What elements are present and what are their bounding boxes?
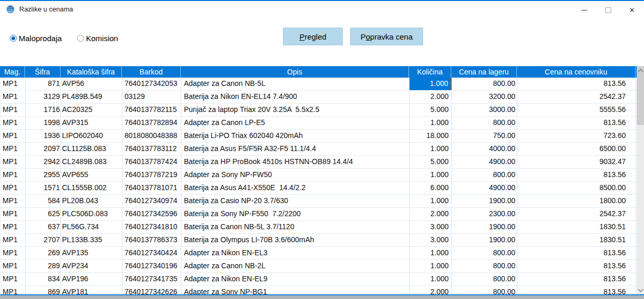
popravka-cena-button[interactable]: Popravka cena: [350, 28, 423, 45]
grid-cell[interactable]: MP1: [1, 182, 26, 194]
grid-cell[interactable]: 1998: [26, 117, 61, 129]
grid-cell[interactable]: 1900.00: [452, 195, 517, 207]
grid-cell[interactable]: 8500.00: [517, 182, 636, 194]
table-row[interactable]: MP12097CL1125B.0837640137783112Baterija …: [1, 143, 637, 156]
grid-cell[interactable]: 1.000: [410, 247, 452, 259]
grid-cell[interactable]: Punjač za laptop Triax 20V 3.25A 5.5x2.5: [181, 104, 410, 116]
grid-cell[interactable]: AVP655: [61, 169, 122, 181]
scroll-down-button[interactable]: [637, 286, 644, 295]
table-row[interactable]: MP1637PL56G.7347640127341810Baterija za …: [1, 221, 637, 234]
radio-selected-icon[interactable]: [10, 35, 17, 42]
maximize-button[interactable]: [599, 2, 617, 18]
grid-cell[interactable]: PL56G.734: [61, 221, 122, 233]
grid-cell[interactable]: 813.56: [517, 273, 636, 285]
pregled-button[interactable]: Pregled: [283, 28, 343, 45]
grid-cell[interactable]: 1.000: [410, 143, 452, 155]
grid-cell[interactable]: 9032.47: [517, 156, 636, 168]
minimize-button[interactable]: [575, 2, 593, 18]
column-header[interactable]: Cena na lageru: [451, 66, 517, 78]
grid-cell[interactable]: MP1: [1, 195, 26, 207]
grid-cell[interactable]: 813.56: [517, 247, 636, 259]
column-header[interactable]: Šifra: [25, 66, 60, 78]
grid-cell[interactable]: AVP196: [61, 273, 122, 285]
grid-cell[interactable]: PL489B.549: [61, 91, 122, 103]
grid-cell[interactable]: 1.000: [410, 273, 452, 285]
column-header[interactable]: Cena na cenovniku: [517, 66, 636, 78]
table-row[interactable]: MP1584PL20B.0437640127340974Baterija za …: [1, 195, 637, 208]
grid-cell[interactable]: 5555.56: [517, 104, 636, 116]
grid-cell[interactable]: 1.000: [410, 260, 452, 272]
grid-cell[interactable]: 1.000: [410, 117, 452, 129]
grid-cell[interactable]: PL20B.043: [61, 195, 122, 207]
grid-cell[interactable]: 7640127341810: [122, 221, 181, 233]
grid-cell[interactable]: 2542.37: [517, 91, 636, 103]
radio-komision[interactable]: Komision: [77, 33, 118, 43]
grid-cell[interactable]: 7640127340974: [122, 195, 181, 207]
grid-cell[interactable]: AVP135: [61, 247, 122, 259]
grid-cell[interactable]: 813.56: [517, 169, 636, 181]
grid-cell[interactable]: MP1: [1, 143, 26, 155]
grid-cell[interactable]: 1716: [26, 104, 61, 116]
grid-cell[interactable]: 4900.00: [452, 182, 517, 194]
grid-cell[interactable]: Baterija za Canon NB-5L 3.7/1120: [181, 221, 410, 233]
grid-cell[interactable]: 7640127342053: [122, 78, 181, 90]
grid-cell[interactable]: MP1: [1, 221, 26, 233]
grid-cell[interactable]: 2707: [26, 234, 61, 246]
grid-cell[interactable]: 800.00: [452, 117, 517, 129]
grid-cell[interactable]: 813.56: [517, 78, 636, 90]
grid-cell[interactable]: Baterija Li-PO Triax 602040 420mAh: [181, 130, 410, 142]
grid-cell[interactable]: AVP315: [61, 117, 122, 129]
grid-cell[interactable]: MP1: [1, 208, 26, 220]
column-header[interactable]: Kataloška šifra: [60, 66, 122, 78]
grid-cell[interactable]: Baterija za Olympus LI-70B 3.6/600mAh: [181, 234, 410, 246]
grid-cell[interactable]: PLC506D.083: [61, 208, 122, 220]
scroll-up-button[interactable]: [637, 66, 644, 75]
grid-cell[interactable]: CL1555B.002: [61, 182, 122, 194]
grid-cell[interactable]: Adapter za Canon LP-E5: [181, 117, 410, 129]
grid-cell[interactable]: 800.00: [452, 273, 517, 285]
grid-cell[interactable]: Baterija za Asus F5/F5R A32-F5 11.1/4.4: [181, 143, 410, 155]
table-row[interactable]: MP11998AVP3157640137782894Adapter za Can…: [1, 117, 637, 130]
grid-cell[interactable]: MP1: [1, 91, 26, 103]
grid-cell[interactable]: 7640137786373: [122, 234, 181, 246]
grid-cell[interactable]: 871: [26, 78, 61, 90]
grid-cell[interactable]: Adapter za Nikon EN-EL9: [181, 273, 410, 285]
grid-cell[interactable]: 4900.00: [452, 156, 517, 168]
grid-cell[interactable]: 7640137781071: [122, 182, 181, 194]
grid-cell[interactable]: 800.00: [452, 78, 517, 90]
grid-cell[interactable]: MP1: [1, 78, 26, 90]
grid-cell[interactable]: 3.000: [410, 234, 452, 246]
grid-cell[interactable]: 1.000: [410, 78, 452, 90]
grid-cell[interactable]: 2955: [26, 169, 61, 181]
grid-cell[interactable]: 7640127341735: [122, 273, 181, 285]
table-row[interactable]: MP1625PLC506D.0837640127342596Baterija z…: [1, 208, 637, 221]
grid-cell[interactable]: Baterija za Casio NP-20 3.7/630: [181, 195, 410, 207]
grid-cell[interactable]: Baterija za Nikon EN-EL14 7.4/900: [181, 91, 410, 103]
grid-cell[interactable]: AVP56: [61, 78, 122, 90]
grid-cell[interactable]: 1.000: [410, 195, 452, 207]
column-header[interactable]: Barkod: [122, 66, 181, 78]
table-row[interactable]: MP1289AVP2347640127340196Adapter za Cano…: [1, 260, 637, 273]
grid-cell[interactable]: 7640127342596: [122, 208, 181, 220]
grid-cell[interactable]: 3129: [26, 91, 61, 103]
grid-cell[interactable]: 7640137787219: [122, 169, 181, 181]
grid-cell[interactable]: 1830.51: [517, 234, 636, 246]
grid-cell[interactable]: 1571: [26, 182, 61, 194]
grid-cell[interactable]: 7640137782115: [122, 104, 181, 116]
grid-cell[interactable]: 1936: [26, 130, 61, 142]
close-button[interactable]: ✕: [623, 2, 641, 18]
grid-cell[interactable]: 1800.00: [517, 195, 636, 207]
table-row[interactable]: MP11936LIPO6020408018080048388Baterija L…: [1, 130, 637, 143]
grid-cell[interactable]: 7640137782894: [122, 117, 181, 129]
column-header[interactable]: Mag.: [0, 66, 25, 78]
table-row[interactable]: MP1269AVP1357640127340424Adapter za Niko…: [1, 247, 637, 260]
grid-cell[interactable]: 2.000: [410, 91, 452, 103]
grid-cell[interactable]: 8018080048388: [122, 130, 181, 142]
grid-cell[interactable]: MP1: [1, 260, 26, 272]
grid-cell[interactable]: 3200.00: [452, 91, 517, 103]
column-header[interactable]: Opis: [181, 66, 409, 78]
grid-cell[interactable]: 7640137783112: [122, 143, 181, 155]
column-header[interactable]: Količina: [409, 66, 451, 78]
radio-maloprodaja[interactable]: Maloprodaja: [10, 33, 62, 43]
grid-cell[interactable]: Adapter za Canon NB-5L: [181, 78, 410, 90]
